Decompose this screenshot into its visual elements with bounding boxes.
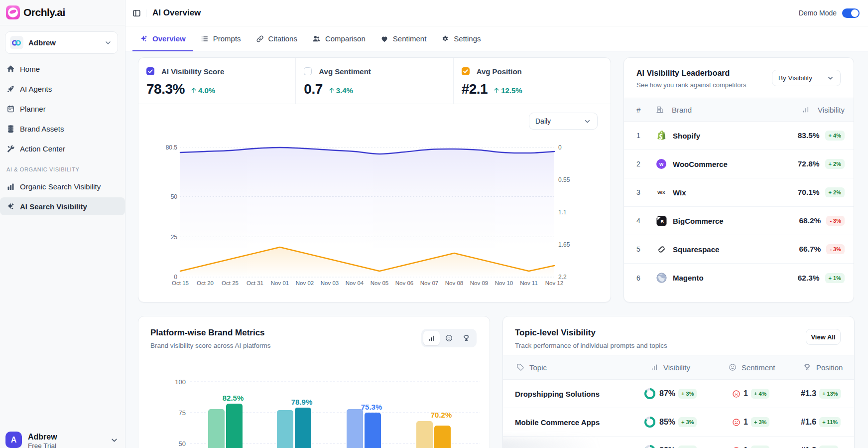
svg-text:Oct 15: Oct 15 (172, 280, 189, 286)
svg-text:80.5: 80.5 (166, 144, 178, 151)
svg-text:25: 25 (171, 234, 178, 241)
svg-text:0: 0 (558, 144, 562, 151)
svg-text:Nov 02: Nov 02 (296, 280, 314, 286)
svg-text:Nov 05: Nov 05 (371, 280, 388, 286)
svg-text:70.2%: 70.2% (431, 411, 452, 419)
svg-text:B: B (660, 219, 664, 224)
svg-text:50: 50 (171, 193, 178, 200)
svg-text:78.9%: 78.9% (291, 398, 313, 406)
svg-text:Nov 11: Nov 11 (520, 280, 538, 286)
svg-text:Nov 12: Nov 12 (545, 280, 563, 286)
svg-text:75: 75 (179, 409, 186, 417)
svg-text:2.2: 2.2 (558, 274, 567, 281)
svg-text:1.65: 1.65 (558, 241, 570, 248)
svg-text:Nov 09: Nov 09 (470, 280, 488, 286)
svg-text:Nov 08: Nov 08 (445, 280, 463, 286)
svg-text:Nov 10: Nov 10 (495, 280, 513, 286)
svg-text:75.3%: 75.3% (361, 403, 382, 411)
svg-text:100: 100 (175, 378, 186, 386)
svg-text:0: 0 (174, 274, 177, 281)
svg-text:82.5%: 82.5% (223, 394, 244, 402)
svg-text:Oct 31: Oct 31 (247, 280, 263, 286)
svg-text:WIX: WIX (657, 190, 665, 195)
svg-text:Nov 01: Nov 01 (271, 280, 289, 286)
svg-text:Nov 04: Nov 04 (346, 280, 364, 286)
svg-text:50: 50 (179, 440, 186, 448)
svg-text:1.1: 1.1 (558, 209, 567, 216)
svg-text:Nov 06: Nov 06 (395, 280, 413, 286)
svg-text:Nov 03: Nov 03 (321, 280, 339, 286)
svg-text:w: w (659, 161, 664, 167)
svg-text:Oct 25: Oct 25 (222, 280, 239, 286)
svg-text:Nov 07: Nov 07 (420, 280, 438, 286)
svg-text:0.55: 0.55 (558, 176, 570, 183)
svg-text:Oct 20: Oct 20 (197, 280, 214, 286)
